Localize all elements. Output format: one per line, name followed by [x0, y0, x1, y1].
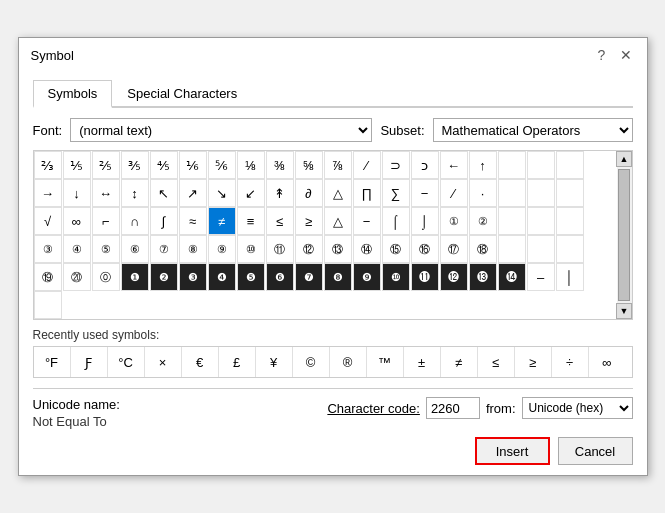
- symbol-cell[interactable]: →: [34, 179, 62, 207]
- recent-cell[interactable]: ≥: [515, 347, 552, 377]
- font-select[interactable]: (normal text): [70, 118, 372, 142]
- symbol-cell[interactable]: ❷: [150, 263, 178, 291]
- tab-symbols[interactable]: Symbols: [33, 80, 113, 108]
- symbol-cell[interactable]: ❺: [237, 263, 265, 291]
- symbol-cell[interactable]: √: [34, 207, 62, 235]
- symbol-cell[interactable]: ⓭: [469, 263, 497, 291]
- symbol-cell[interactable]: ↄ: [411, 151, 439, 179]
- symbol-cell[interactable]: ⑥: [121, 235, 149, 263]
- symbol-cell[interactable]: ⌠: [382, 207, 410, 235]
- symbol-cell[interactable]: –: [527, 263, 555, 291]
- symbol-cell[interactable]: ⅞: [324, 151, 352, 179]
- symbol-cell[interactable]: ⌐: [92, 207, 120, 235]
- symbol-cell[interactable]: ≤: [266, 207, 294, 235]
- symbol-cell[interactable]: [527, 207, 555, 235]
- symbol-cell[interactable]: ⓮: [498, 263, 526, 291]
- char-code-input[interactable]: [426, 397, 480, 419]
- symbol-cell[interactable]: ←: [440, 151, 468, 179]
- symbol-cell[interactable]: ⊃: [382, 151, 410, 179]
- symbol-cell[interactable]: ⅛: [237, 151, 265, 179]
- symbol-cell[interactable]: ∂: [295, 179, 323, 207]
- symbol-cell[interactable]: ⑪: [266, 235, 294, 263]
- symbol-cell[interactable]: ↓: [63, 179, 91, 207]
- symbol-cell[interactable]: ·: [469, 179, 497, 207]
- symbol-cell[interactable]: [498, 235, 526, 263]
- recent-cell[interactable]: °C: [108, 347, 145, 377]
- symbol-cell[interactable]: ⓪: [92, 263, 120, 291]
- scrollbar[interactable]: ▲ ▼: [617, 150, 633, 320]
- symbol-cell[interactable]: [34, 291, 62, 319]
- recent-cell[interactable]: ∞: [589, 347, 626, 377]
- symbol-cell[interactable]: ↟: [266, 179, 294, 207]
- symbol-cell[interactable]: ⌡: [411, 207, 439, 235]
- symbol-cell[interactable]: ③: [34, 235, 62, 263]
- symbol-cell[interactable]: ⑫: [295, 235, 323, 263]
- symbol-cell[interactable]: ⅔: [34, 151, 62, 179]
- symbol-cell[interactable]: ⑩: [237, 235, 265, 263]
- symbol-cell[interactable]: ≡: [237, 207, 265, 235]
- recent-cell[interactable]: ¥: [256, 347, 293, 377]
- symbol-cell[interactable]: [527, 179, 555, 207]
- recent-cell[interactable]: ≤: [478, 347, 515, 377]
- symbol-cell-selected[interactable]: ≠: [208, 207, 236, 235]
- symbol-cell[interactable]: ⑭: [353, 235, 381, 263]
- symbol-cell[interactable]: ∞: [63, 207, 91, 235]
- recent-cell[interactable]: £: [219, 347, 256, 377]
- symbol-cell[interactable]: ↙: [237, 179, 265, 207]
- symbol-cell[interactable]: ∏: [353, 179, 381, 207]
- from-select[interactable]: Unicode (hex) ASCII (decimal) ASCII (hex…: [522, 397, 633, 419]
- symbol-cell[interactable]: [556, 235, 584, 263]
- symbol-cell[interactable]: ⑦: [150, 235, 178, 263]
- symbol-cell[interactable]: △: [324, 179, 352, 207]
- symbol-cell[interactable]: ∕: [353, 151, 381, 179]
- symbol-cell[interactable]: ⑰: [440, 235, 468, 263]
- symbol-cell[interactable]: ↗: [179, 179, 207, 207]
- recent-cell[interactable]: ×: [145, 347, 182, 377]
- symbol-cell[interactable]: ⅙: [179, 151, 207, 179]
- symbol-cell[interactable]: ∑: [382, 179, 410, 207]
- subset-select[interactable]: Mathematical Operators: [433, 118, 633, 142]
- symbol-cell[interactable]: ⑮: [382, 235, 410, 263]
- symbol-cell[interactable]: ⑧: [179, 235, 207, 263]
- symbol-cell[interactable]: ⑯: [411, 235, 439, 263]
- symbol-cell[interactable]: ⑨: [208, 235, 236, 263]
- symbol-cell[interactable]: ②: [469, 207, 497, 235]
- symbol-cell[interactable]: ❶: [121, 263, 149, 291]
- symbol-cell[interactable]: [498, 151, 526, 179]
- symbol-cell[interactable]: [527, 151, 555, 179]
- symbol-cell[interactable]: ❾: [353, 263, 381, 291]
- symbol-cell[interactable]: ∕: [440, 179, 468, 207]
- symbol-cell[interactable]: ❼: [295, 263, 323, 291]
- recent-cell[interactable]: Ƒ: [71, 347, 108, 377]
- symbol-cell[interactable]: ⑲: [34, 263, 62, 291]
- symbol-cell[interactable]: [556, 207, 584, 235]
- scroll-thumb[interactable]: [618, 169, 630, 301]
- symbol-cell[interactable]: ⓬: [440, 263, 468, 291]
- symbol-cell[interactable]: ❹: [208, 263, 236, 291]
- symbol-cell[interactable]: ⅜: [266, 151, 294, 179]
- scroll-down[interactable]: ▼: [616, 303, 632, 319]
- symbol-cell[interactable]: ⑬: [324, 235, 352, 263]
- scroll-up[interactable]: ▲: [616, 151, 632, 167]
- symbol-cell[interactable]: ④: [63, 235, 91, 263]
- symbol-cell[interactable]: ❻: [266, 263, 294, 291]
- insert-button[interactable]: Insert: [475, 437, 550, 465]
- symbol-cell[interactable]: −: [411, 179, 439, 207]
- symbol-cell[interactable]: ↔: [92, 179, 120, 207]
- symbol-cell[interactable]: [498, 179, 526, 207]
- symbol-cell[interactable]: ↑: [469, 151, 497, 179]
- recent-cell[interactable]: ≠: [441, 347, 478, 377]
- recent-cell[interactable]: €: [182, 347, 219, 377]
- symbol-cell[interactable]: [527, 235, 555, 263]
- symbol-cell[interactable]: [556, 151, 584, 179]
- recent-cell[interactable]: ®: [330, 347, 367, 377]
- symbol-cell[interactable]: ⅖: [92, 151, 120, 179]
- symbol-cell[interactable]: ❽: [324, 263, 352, 291]
- symbol-cell[interactable]: ①: [440, 207, 468, 235]
- close-button[interactable]: ✕: [617, 46, 635, 64]
- symbol-cell[interactable]: │: [556, 263, 584, 291]
- symbol-cell[interactable]: ⓫: [411, 263, 439, 291]
- symbol-cell[interactable]: ⑱: [469, 235, 497, 263]
- symbol-cell[interactable]: ≥: [295, 207, 323, 235]
- help-button[interactable]: ?: [593, 46, 611, 64]
